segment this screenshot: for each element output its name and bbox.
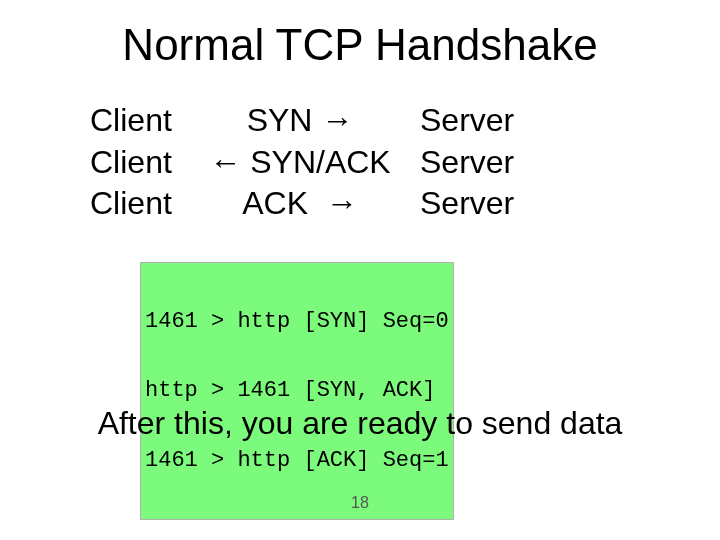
handshake-row: Client ← SYN/ACK Server (90, 142, 540, 184)
slide-title: Normal TCP Handshake (0, 20, 720, 70)
capture-line: 1461 > http [SYN] Seq=0 (145, 310, 449, 333)
handshake-direction: ← SYN/ACK (200, 142, 400, 184)
handshake-server: Server (400, 142, 540, 184)
page-number: 18 (0, 494, 720, 512)
slide: Normal TCP Handshake Client SYN → Server… (0, 0, 720, 540)
handshake-direction: ACK → (200, 183, 400, 225)
capture-line: 1461 > http [ACK] Seq=1 (145, 449, 449, 472)
footer-text: After this, you are ready to send data (0, 405, 720, 442)
handshake-list: Client SYN → Server Client ← SYN/ACK Ser… (90, 100, 540, 225)
handshake-client: Client (90, 142, 200, 184)
handshake-row: Client SYN → Server (90, 100, 540, 142)
packet-capture-block: 1461 > http [SYN] Seq=0 http > 1461 [SYN… (140, 262, 454, 520)
handshake-row: Client ACK → Server (90, 183, 540, 225)
handshake-client: Client (90, 183, 200, 225)
handshake-server: Server (400, 183, 540, 225)
handshake-client: Client (90, 100, 200, 142)
capture-line: http > 1461 [SYN, ACK] (145, 379, 449, 402)
handshake-direction: SYN → (200, 100, 400, 142)
handshake-server: Server (400, 100, 540, 142)
